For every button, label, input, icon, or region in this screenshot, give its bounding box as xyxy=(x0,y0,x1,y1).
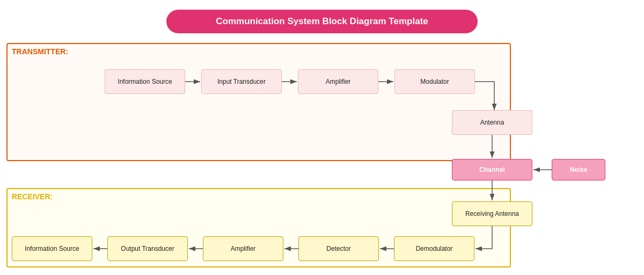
block-modulator: Modulator xyxy=(394,69,475,94)
block-antenna: Antenna xyxy=(452,110,532,135)
block-information-source: Information Source xyxy=(105,69,185,94)
block-noise: Noise xyxy=(552,159,605,180)
block-recv-info-source: Information Source xyxy=(12,236,92,261)
block-amplifier-tx: Amplifier xyxy=(298,69,378,94)
block-amplifier-rx: Amplifier xyxy=(203,236,283,261)
transmitter-label: TRANSMITTER: xyxy=(12,47,68,56)
block-detector: Detector xyxy=(298,236,379,261)
block-receiving-antenna: Receiving Antenna xyxy=(452,201,532,226)
transmitter-box xyxy=(6,43,511,161)
block-output-transducer: Output Transducer xyxy=(107,236,188,261)
page-title: Communication System Block Diagram Templ… xyxy=(166,10,478,33)
block-channel: Channel xyxy=(452,159,532,180)
block-input-transducer: Input Transducer xyxy=(201,69,282,94)
block-demodulator: Demodulator xyxy=(394,236,474,261)
receiver-label: RECEIVER: xyxy=(12,192,53,201)
